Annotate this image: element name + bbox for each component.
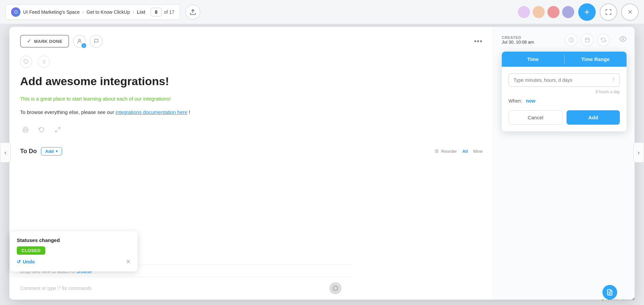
toast-close-button[interactable]: ✕ bbox=[126, 258, 131, 265]
avatar-group bbox=[518, 6, 574, 18]
breadcrumb-sep1: › bbox=[82, 9, 84, 15]
time-when: When: now bbox=[508, 98, 620, 104]
page-nav: 8 of 17 bbox=[151, 8, 174, 16]
clock-icon-button[interactable] bbox=[565, 34, 578, 46]
task-toolbar: ✓ MARK DONE + ••• bbox=[20, 35, 483, 48]
undo-button[interactable]: ↺ Undo bbox=[17, 259, 35, 264]
task-icons-row bbox=[20, 56, 483, 68]
eye-icon-button[interactable] bbox=[619, 35, 627, 45]
close-button[interactable]: ✕ bbox=[621, 3, 639, 21]
comment-bar[interactable]: Comment or type '/' for commands bbox=[9, 277, 352, 300]
dropdown-arrow-icon: ▾ bbox=[56, 149, 58, 154]
nav-prev-button[interactable]: ‹ bbox=[0, 142, 11, 163]
filter-mine-button[interactable]: Mine bbox=[473, 149, 483, 154]
task-action-row bbox=[20, 124, 483, 138]
time-hint: 8 hours a day bbox=[508, 89, 620, 94]
calendar-icon-button[interactable] bbox=[581, 34, 594, 46]
task-desc-green: This is a great place to start learning … bbox=[20, 95, 483, 103]
breadcrumb-project[interactable]: Get to Know ClickUp bbox=[87, 9, 130, 15]
time-popup-body: ? 8 hours a day When: now Cancel Add bbox=[502, 67, 627, 131]
created-label: CREATED bbox=[502, 36, 534, 40]
assign-user-button[interactable]: + bbox=[73, 35, 86, 48]
refresh-icon-button[interactable] bbox=[597, 34, 610, 46]
add-button[interactable]: + bbox=[578, 3, 596, 21]
todo-title: To Do bbox=[20, 148, 37, 155]
top-bar-right: + ✕ bbox=[518, 3, 639, 21]
history-icon[interactable] bbox=[36, 124, 47, 135]
when-now-link[interactable]: now bbox=[526, 98, 535, 104]
time-popup-tabs: Time Time Range bbox=[502, 52, 627, 67]
todo-filter-right: Reorder All Mine bbox=[434, 149, 483, 154]
right-panel: CREATED Jul 30, 10:08 am bbox=[494, 27, 635, 300]
app-logo: ⬡ bbox=[11, 7, 20, 17]
comment-send-button[interactable] bbox=[329, 282, 341, 294]
export-button[interactable] bbox=[185, 5, 200, 19]
svg-point-22 bbox=[622, 38, 624, 40]
todo-add-button[interactable]: Add ▾ bbox=[41, 147, 62, 156]
check-icon: ✓ bbox=[27, 38, 32, 44]
fab-button[interactable] bbox=[602, 285, 617, 300]
created-date: Jul 30, 10:08 am bbox=[502, 40, 534, 45]
filter-all-button[interactable]: All bbox=[462, 149, 468, 154]
time-popup: Time Time Range ? 8 hours a day When: no… bbox=[502, 52, 627, 131]
more-options-button[interactable]: ••• bbox=[474, 37, 483, 46]
reorder-button[interactable]: Reorder bbox=[434, 149, 457, 154]
time-input[interactable] bbox=[514, 77, 612, 83]
tag-icon-button[interactable] bbox=[20, 56, 32, 68]
breadcrumb: ⬡ UI Feed Marketing's Space › Get to Kno… bbox=[5, 4, 180, 20]
top-bar: ⬡ UI Feed Marketing's Space › Get to Kno… bbox=[0, 0, 644, 24]
export-icon[interactable] bbox=[185, 5, 200, 19]
task-title: Add awesome integrations! bbox=[20, 74, 483, 88]
svg-line-12 bbox=[55, 130, 57, 132]
todo-section: To Do Add ▾ Reorder All Mine bbox=[20, 147, 483, 156]
todo-header: To Do Add ▾ Reorder All Mine bbox=[20, 147, 483, 156]
breadcrumb-sep2: › bbox=[132, 9, 134, 15]
closed-badge: CLOSED bbox=[17, 246, 45, 255]
time-tab[interactable]: Time bbox=[502, 52, 564, 67]
page-number[interactable]: 8 bbox=[151, 8, 162, 16]
cancel-button[interactable]: Cancel bbox=[508, 110, 562, 125]
flag-button[interactable] bbox=[90, 35, 103, 48]
time-input-wrapper: ? bbox=[508, 73, 620, 87]
svg-rect-18 bbox=[585, 38, 589, 42]
plus-badge: + bbox=[82, 43, 86, 48]
svg-line-11 bbox=[58, 127, 60, 129]
undo-icon: ↺ bbox=[17, 259, 21, 264]
breadcrumb-list[interactable]: List bbox=[137, 9, 145, 15]
mark-done-label: MARK DONE bbox=[34, 39, 63, 44]
avatar-4 bbox=[562, 6, 574, 18]
created-info: CREATED Jul 30, 10:08 am bbox=[502, 36, 534, 45]
undo-label: Undo bbox=[23, 259, 35, 264]
expand-icon[interactable] bbox=[52, 124, 63, 135]
mark-done-button[interactable]: ✓ MARK DONE bbox=[20, 35, 69, 48]
svg-point-16 bbox=[333, 286, 337, 290]
breadcrumb-space[interactable]: UI Feed Marketing's Space bbox=[23, 9, 79, 15]
add-time-button[interactable]: Add bbox=[567, 110, 620, 125]
expand-button[interactable] bbox=[600, 3, 617, 21]
right-icon-buttons bbox=[565, 34, 610, 46]
avatar-3 bbox=[547, 6, 559, 18]
svg-point-1 bbox=[78, 39, 80, 41]
created-section: CREATED Jul 30, 10:08 am bbox=[502, 34, 627, 46]
time-range-tab[interactable]: Time Range bbox=[565, 52, 627, 67]
integrations-doc-link[interactable]: integrations documentation here bbox=[115, 109, 187, 115]
toast-notification: Statuses changed CLOSED ↺ Undo ✕ bbox=[10, 231, 138, 271]
avatar-1 bbox=[518, 6, 530, 18]
svg-rect-10 bbox=[24, 130, 27, 132]
list-icon-button[interactable] bbox=[38, 56, 50, 68]
nav-next-button[interactable]: › bbox=[633, 142, 644, 163]
time-actions: Cancel Add bbox=[508, 110, 620, 125]
toast-footer: ↺ Undo ✕ bbox=[17, 258, 131, 265]
help-icon[interactable]: ? bbox=[612, 77, 615, 83]
comment-placeholder: Comment or type '/' for commands bbox=[20, 286, 92, 291]
print-icon[interactable] bbox=[20, 124, 31, 135]
toast-title: Statuses changed bbox=[17, 237, 131, 243]
avatar-2 bbox=[533, 6, 545, 18]
page-total: of 17 bbox=[164, 9, 174, 15]
task-desc-normal: To browse everything else, please see ou… bbox=[20, 108, 483, 116]
